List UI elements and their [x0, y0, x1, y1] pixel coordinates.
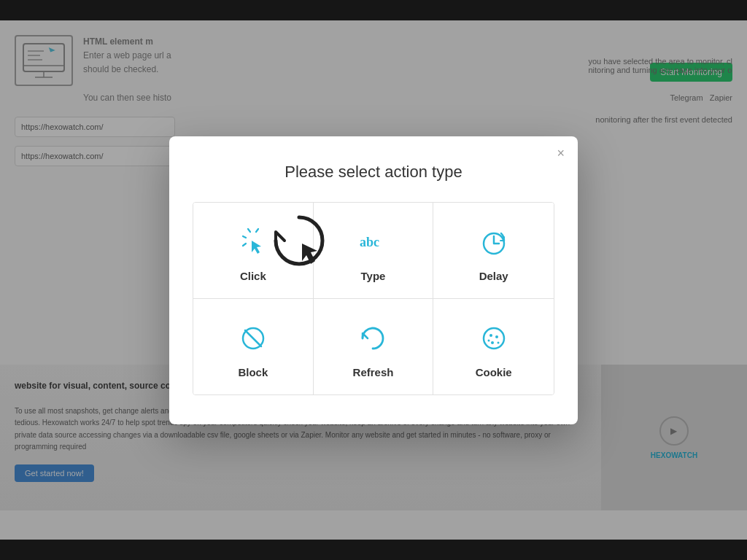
action-tile-cookie[interactable]: Cookie: [433, 299, 554, 394]
delay-label: Delay: [479, 270, 508, 282]
action-type-modal: × Please select action type: [169, 136, 578, 424]
modal-title: Please select action type: [193, 163, 554, 182]
svg-point-17: [495, 335, 498, 338]
block-icon: [234, 319, 272, 357]
svg-line-8: [256, 229, 258, 232]
delay-icon: [475, 223, 513, 261]
svg-text:abc: abc: [360, 235, 379, 249]
type-icon: abc: [354, 223, 392, 261]
action-tile-refresh[interactable]: Refresh: [314, 299, 434, 394]
refresh-icon: [354, 319, 392, 357]
action-tile-click[interactable]: Click: [193, 203, 314, 299]
svg-point-16: [489, 334, 492, 337]
click-icon: [234, 223, 272, 261]
cookie-icon: [475, 319, 513, 357]
modal-backdrop: × Please select action type: [0, 0, 747, 560]
action-tile-block[interactable]: Block: [193, 299, 314, 394]
svg-point-15: [484, 328, 504, 349]
svg-point-19: [497, 341, 499, 343]
action-grid: Click abc Type: [193, 202, 554, 395]
click-label: Click: [240, 270, 266, 282]
type-label: Type: [361, 270, 386, 282]
action-tile-type[interactable]: abc Type: [314, 203, 434, 299]
action-tile-delay[interactable]: Delay: [433, 203, 554, 299]
modal-close-button[interactable]: ×: [557, 147, 565, 160]
svg-line-9: [243, 236, 246, 238]
svg-line-14: [245, 330, 261, 346]
svg-point-18: [491, 341, 494, 344]
svg-point-20: [487, 339, 489, 341]
svg-line-7: [248, 229, 250, 232]
block-label: Block: [238, 366, 268, 378]
svg-line-10: [243, 244, 246, 246]
refresh-label: Refresh: [353, 366, 394, 378]
cookie-label: Cookie: [476, 366, 512, 378]
